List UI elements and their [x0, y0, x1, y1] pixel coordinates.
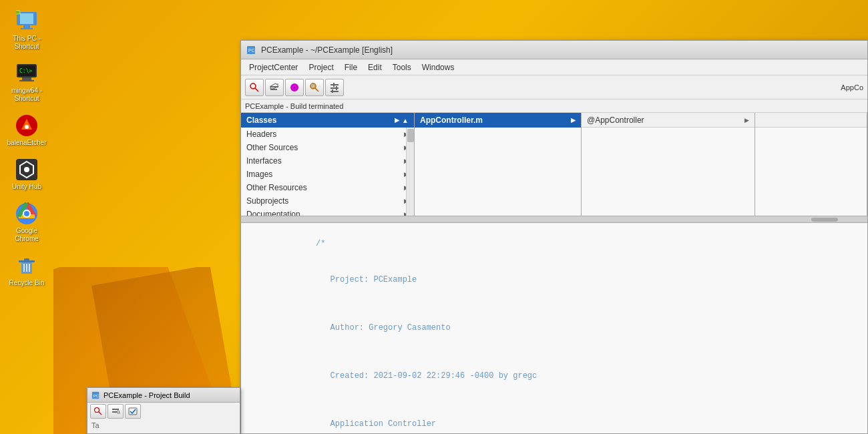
classes-scrollbar-thumb	[407, 129, 414, 142]
desktop-icon-area: This PC - Shortcut C:\> mingw64 - Shortc…	[0, 0, 53, 296]
svg-text:C:\>: C:\>	[19, 68, 32, 74]
svg-point-12	[25, 125, 29, 129]
build-status-bar: PCExample - Build terminated	[241, 99, 867, 113]
unity-hub-icon	[15, 158, 39, 182]
menu-file[interactable]: File	[339, 61, 363, 73]
desktop: This PC - Shortcut C:\> mingw64 - Shortc…	[0, 0, 868, 434]
svg-point-15	[24, 167, 29, 172]
ide-titlebar: PC PCExample - ~/PCExample [English]	[241, 41, 867, 59]
toolbar-search-button[interactable]	[245, 79, 264, 96]
svg-rect-44	[331, 91, 339, 92]
appcontroller-panel-header: AppController.m ▶	[415, 113, 581, 128]
classes-panel-header: Classes ▶ ▲	[241, 113, 414, 128]
code-line-7	[241, 394, 867, 406]
svg-rect-8	[22, 77, 31, 80]
at-appcontroller-expand-arrow: ▶	[744, 117, 749, 124]
svg-point-37	[310, 83, 316, 89]
nav-item-interfaces[interactable]: Interfaces ▶	[241, 154, 414, 168]
svg-rect-2	[23, 25, 30, 28]
at-appcontroller-panel: @AppController ▶	[582, 113, 755, 216]
svg-rect-22	[24, 258, 29, 261]
nav-item-documentation-label: Documentation	[246, 210, 300, 216]
nav-item-subprojects-label: Subprojects	[246, 196, 288, 206]
ide-menubar: ProjectCenter Project File Edit Tools Wi…	[241, 59, 867, 75]
mini-btn-3[interactable]	[125, 404, 141, 419]
code-line-2: Project: PCExample	[241, 262, 867, 298]
code-line-1: /*	[241, 226, 867, 262]
classes-expand-arrow: ▶	[395, 117, 399, 124]
toolbar-settings-button[interactable]	[325, 79, 344, 96]
horizontal-scroll-bar[interactable]	[241, 216, 867, 223]
svg-line-49	[99, 412, 102, 415]
svg-point-19	[24, 211, 29, 216]
appcontroller-panel-body	[415, 128, 581, 216]
code-content: /* Project: PCExample Author: Gregory Ca…	[241, 223, 867, 433]
recycle-bin-label: Recycle Bin	[9, 279, 45, 287]
menu-project[interactable]: Project	[303, 61, 339, 73]
menu-tools[interactable]: Tools	[387, 61, 417, 73]
svg-point-39	[312, 85, 314, 87]
mini-btn-2[interactable]	[107, 404, 124, 419]
toolbar-edit-button[interactable]	[265, 79, 284, 96]
svg-rect-1	[20, 13, 33, 24]
classes-header-label: Classes	[246, 116, 276, 125]
svg-line-38	[315, 88, 318, 91]
google-chrome-icon	[15, 202, 39, 226]
nav-item-other-sources-label: Other Sources	[246, 143, 298, 152]
svg-rect-50	[112, 409, 119, 410]
nav-item-other-sources[interactable]: Other Sources ▶	[241, 141, 414, 154]
code-line-6: Created: 2021-09-02 22:29:46 -0400 by gr…	[241, 358, 867, 394]
nav-item-headers[interactable]: Headers ▶	[241, 128, 414, 141]
empty-panel-body	[755, 128, 867, 216]
at-appcontroller-panel-body	[582, 128, 754, 216]
toolbar-build-button[interactable]	[285, 79, 304, 96]
at-appcontroller-header-label: @AppController	[587, 116, 644, 125]
code-editor[interactable]: /* Project: PCExample Author: Gregory Ca…	[241, 223, 867, 433]
code-line-4: Author: Gregory Casamento	[241, 310, 867, 346]
desktop-icon-mingw64[interactable]: C:\> mingw64 - Shortcut	[3, 59, 51, 105]
desktop-icon-this-pc[interactable]: This PC - Shortcut	[3, 7, 51, 53]
nav-item-documentation[interactable]: Documentation ▶	[241, 208, 414, 216]
toolbar-inspect-button[interactable]	[305, 79, 324, 96]
menu-edit[interactable]: Edit	[363, 61, 387, 73]
ide-titlebar-icon: PC	[246, 45, 257, 55]
svg-rect-51	[112, 411, 117, 413]
mini-build-window: PC PCExample - Project Build	[87, 387, 240, 434]
code-line-3	[241, 298, 867, 310]
mini-titlebar: PC PCExample - Project Build	[87, 388, 240, 403]
desktop-icon-google-chrome[interactable]: Google Chrome	[3, 199, 51, 246]
nav-item-other-resources-label: Other Resources	[246, 183, 307, 192]
classes-items: Headers ▶ Other Sources ▶ Interfaces ▶ I…	[241, 128, 414, 216]
appcontroller-panel: AppController.m ▶	[415, 113, 582, 216]
svg-line-29	[255, 88, 258, 91]
svg-text:PC: PC	[248, 48, 255, 53]
appco-label: AppCo	[841, 83, 863, 91]
appcontroller-expand-arrow: ▶	[571, 117, 576, 124]
svg-point-28	[250, 83, 256, 89]
menu-windows[interactable]: Windows	[417, 61, 460, 73]
classes-scroll-up[interactable]: ▲	[402, 117, 409, 124]
code-line-5	[241, 346, 867, 358]
desktop-icon-recycle-bin[interactable]: Recycle Bin	[3, 251, 51, 290]
nav-item-subprojects[interactable]: Subprojects ▶	[241, 194, 414, 208]
mini-tab-label: Ta	[91, 421, 99, 429]
svg-line-53	[119, 413, 120, 413]
mini-toolbar	[87, 403, 240, 420]
nav-item-other-resources[interactable]: Other Resources ▶	[241, 181, 414, 194]
balenaetcher-label: balenaEtcher	[7, 139, 47, 147]
nav-item-images[interactable]: Images ▶	[241, 168, 414, 181]
svg-rect-9	[19, 80, 34, 81]
mini-title-text: PCExample - Project Build	[103, 391, 190, 399]
mingw64-icon: C:\>	[15, 61, 39, 85]
desktop-icon-balenaetcher[interactable]: balenaEtcher	[3, 111, 51, 150]
empty-panel-header	[755, 113, 867, 128]
this-pc-label: This PC - Shortcut	[5, 35, 48, 51]
mini-btn-1[interactable]	[90, 404, 106, 419]
desktop-icon-unity-hub[interactable]: Unity Hub	[3, 155, 51, 194]
nav-item-interfaces-label: Interfaces	[246, 156, 282, 166]
classes-scrollbar[interactable]	[406, 128, 414, 216]
svg-rect-54	[129, 408, 137, 415]
navigator-area: Classes ▶ ▲ Headers ▶ Other Sources ▶	[241, 113, 867, 216]
menu-project-center[interactable]: ProjectCenter	[244, 61, 303, 73]
mingw64-label: mingw64 - Shortcut	[5, 87, 48, 103]
